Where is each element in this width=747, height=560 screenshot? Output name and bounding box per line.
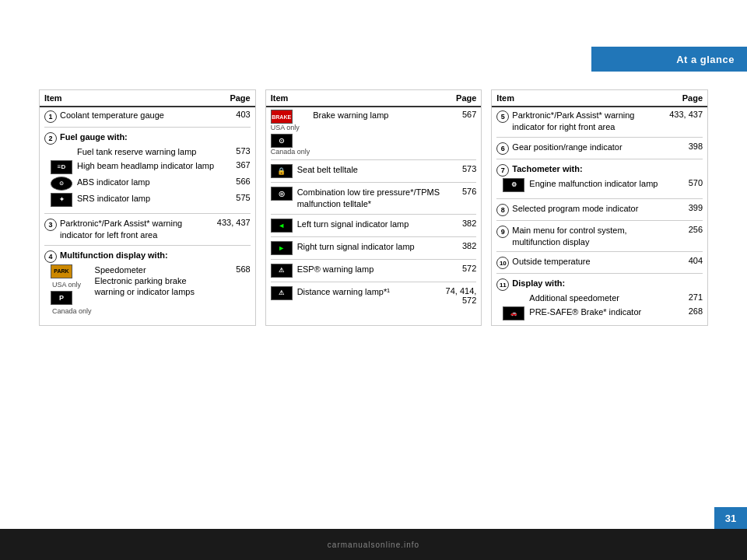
parktronic-left-page: 433, 437 — [216, 218, 251, 227]
engine-malfunction-text: Engine malfunction indicator lamp — [529, 178, 668, 190]
tire-pressure-icon: ◎ — [271, 187, 293, 201]
canada-only-label: Canada only — [52, 307, 92, 315]
footer-text: carmanualsonline.info — [328, 541, 419, 549]
table-row: 2 Fuel gauge with: Fuel tank reserve war… — [40, 129, 255, 212]
table-row: ◄ Left turn signal indicator lamp 382 — [266, 216, 482, 235]
page-badge: 31 — [714, 507, 747, 529]
table-row: 10 Outside temperature 404 — [492, 254, 707, 271]
brake-warning-page: 567 — [441, 110, 476, 119]
page-number: 31 — [725, 513, 736, 524]
table-row: 4 Multifunction display with: PARK USA o… — [40, 247, 255, 320]
multifunction-text: Multifunction display with: — [60, 250, 251, 261]
table-row: 8 Selected program mode indicator 399 — [492, 201, 707, 219]
sub-row-presafe: 🚗 PRE-SAFE® Brake* indicator 268 — [503, 306, 703, 320]
table-section-1: Item Page 1 Coolant temperature gauge 40… — [39, 89, 256, 326]
additional-speedometer-text: Additional speedometer — [529, 292, 668, 304]
footer-area: carmanualsonline.info — [0, 529, 747, 560]
tire-pressure-text: Combination low tire pressure*/TPMS malf… — [297, 187, 442, 210]
presafe-text: PRE-SAFE® Brake* indicator — [529, 306, 668, 318]
table-row: 5 Parktronic*/Park Assist* warning indic… — [492, 107, 707, 135]
table-header-2: Item Page — [266, 90, 482, 107]
left-turn-text: Left turn signal indicator lamp — [297, 219, 442, 230]
tables-container: Item Page 1 Coolant temperature gauge 40… — [39, 89, 708, 326]
abs-text: ABS indicator lamp — [77, 177, 216, 188]
row-number-2: 2 — [44, 132, 57, 145]
usa-only-label: USA only — [52, 281, 92, 289]
parking-brake-page: 568 — [216, 264, 251, 274]
sub-row-speedometer: PARK USA only P Canada only Speedometer … — [51, 264, 251, 315]
distance-warning-text: Distance warning lamp*¹ — [297, 286, 442, 298]
row-number-7: 7 — [496, 164, 509, 177]
row-number-9: 9 — [496, 226, 509, 238]
table-row: 6 Gear position/range indicator 398 — [492, 139, 707, 157]
sub-row-srs: ✦ SRS indicator lamp 575 — [51, 193, 251, 207]
seatbelt-page: 573 — [441, 164, 476, 173]
fuel-tank-text: Fuel tank reserve warning lamp — [77, 146, 216, 158]
table-section-2: Item Page BRAKE USA only ⊙ Canada only B… — [265, 89, 482, 326]
col3-item-header: Item — [496, 93, 668, 103]
seatbelt-icon: 🔒 — [271, 164, 293, 178]
presafe-page: 268 — [668, 306, 703, 316]
selected-program-page: 399 — [668, 203, 703, 212]
row-number-10: 10 — [496, 257, 509, 269]
table-row: BRAKE USA only ⊙ Canada only Brake warni… — [266, 107, 482, 158]
header-title: At a glance — [676, 54, 735, 65]
row-number-11: 11 — [496, 278, 509, 291]
table-row: ◎ Combination low tire pressure*/TPMS ma… — [266, 184, 482, 212]
engine-malfunction-page: 570 — [668, 178, 703, 187]
col2-page-header: Page — [441, 93, 476, 103]
table-row: 🔒 Seat belt telltale 573 — [266, 162, 482, 180]
row-number-6: 6 — [496, 142, 509, 155]
right-turn-text: Right turn signal indicator lamp — [297, 241, 442, 253]
col2-item-header: Item — [271, 93, 442, 103]
sub-row-fuel-tank: Fuel tank reserve warning lamp 573 — [51, 146, 251, 158]
electronic-parking-text: Electronic parking brake warning or indi… — [95, 275, 216, 298]
row-number-4: 4 — [44, 250, 57, 263]
engine-malfunction-icon: ⚙ — [503, 178, 524, 192]
tire-pressure-page: 576 — [441, 187, 476, 196]
high-beam-icon: ≡D — [51, 160, 72, 174]
abs-icon: ⊙ — [51, 177, 72, 191]
main-menu-page: 256 — [668, 225, 703, 234]
selected-program-text: Selected program mode indicator — [512, 203, 668, 215]
table-row: 11 Display with: Additional speedometer … — [492, 275, 707, 325]
table-row: ► Right turn signal indicator lamp 382 — [266, 239, 482, 257]
additional-speedometer-page: 271 — [668, 292, 703, 302]
table-row: 3 Parktronic*/Park Assist* warning indic… — [40, 215, 255, 243]
row-number-5: 5 — [496, 110, 509, 123]
parktronic-left-text: Parktronic*/Park Assist* warning indicat… — [60, 218, 216, 241]
brake-usa-label: USA only — [271, 124, 310, 131]
col3-page-header: Page — [668, 93, 703, 103]
esp-icon: ⚠ — [271, 264, 293, 278]
park-icon: PARK — [51, 264, 72, 278]
table-header-3: Item Page — [492, 90, 707, 107]
seatbelt-text: Seat belt telltale — [297, 164, 442, 176]
table-row: 7 Tachometer with: ⚙ Engine malfunction … — [492, 161, 707, 197]
table-row: ⚠ ESP® warning lamp 572 — [266, 261, 482, 280]
parktronic-right-page: 433, 437 — [668, 110, 703, 119]
abs-page: 566 — [216, 177, 251, 186]
presafe-icon: 🚗 — [503, 306, 524, 320]
parktronic-right-text: Parktronic*/Park Assist* warning indicat… — [512, 110, 668, 133]
fuel-gauge-text: Fuel gauge with: — [60, 131, 251, 143]
row-number-8: 8 — [496, 204, 509, 216]
table-section-3: Item Page 5 Parktronic*/Park Assist* war… — [491, 89, 708, 326]
outside-temp-text: Outside temperature — [512, 256, 668, 268]
sub-row-engine-malfunction: ⚙ Engine malfunction indicator lamp 570 — [503, 178, 703, 192]
sub-row-additional-speedometer: Additional speedometer 271 — [503, 292, 703, 304]
header-bar: At a glance — [591, 47, 747, 72]
row-number-1: 1 — [44, 110, 57, 123]
outside-temp-page: 404 — [668, 256, 703, 265]
tachometer-text: Tachometer with: — [512, 163, 703, 175]
coolant-page: 403 — [216, 110, 251, 119]
table-header-1: Item Page — [40, 90, 255, 107]
srs-page: 575 — [216, 193, 251, 202]
srs-text: SRS indicator lamp — [77, 193, 216, 205]
right-turn-page: 382 — [441, 241, 476, 250]
coolant-text: Coolant temperature gauge — [60, 110, 216, 121]
brake-canada-icon: ⊙ — [271, 134, 293, 148]
park-canada-icon: P — [51, 291, 72, 305]
row-number-3: 3 — [44, 219, 57, 231]
main-menu-text: Main menu for control system, multifunct… — [512, 225, 668, 248]
display-with-text: Display with: — [512, 278, 703, 289]
